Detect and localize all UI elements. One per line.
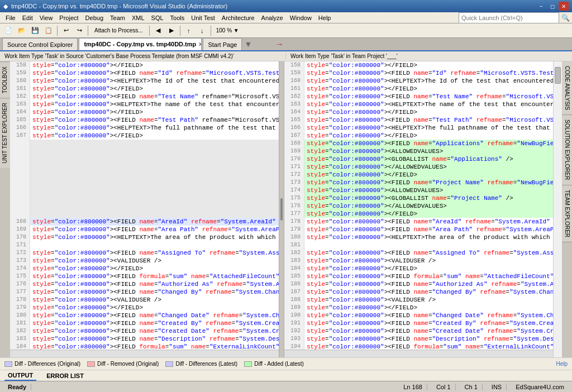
left-code-scroll[interactable]: 158 style="color:#800000"></FIELD>159 st… (10, 61, 279, 350)
zoom-dropdown[interactable]: 100 % ▼ (213, 25, 242, 37)
line-content (30, 202, 279, 210)
output-tab[interactable]: OUTPUT (4, 371, 36, 381)
line-number: 169 (10, 226, 30, 233)
line-content (30, 140, 279, 147)
line-number: 176 (10, 280, 30, 288)
line-content: style="color:#800000"><HELPTEXT>The area… (304, 233, 553, 241)
line-content: style="color:#800000"><FIELD name="Proje… (304, 179, 553, 187)
menu-window[interactable]: Window (287, 13, 315, 22)
redo-button[interactable]: ↪ (73, 25, 85, 37)
line-content: style="color:#800000"><VALIDUSER /> (304, 257, 553, 265)
menu-help[interactable]: Help (315, 13, 335, 22)
line-number: 174 (10, 265, 30, 273)
tab-diff[interactable]: tmp40DC - Copy.tmp vs. tmp40DD.tmp ✕ ↗ (79, 38, 202, 50)
open-button[interactable]: 📂 (16, 25, 28, 37)
line-number: 176 (284, 202, 304, 210)
line-content: style="color:#800000"><FIELD name="Autho… (30, 280, 279, 288)
vs-icon: ◆ (3, 3, 8, 10)
line-content: style="color:#800000"><VALIDUSER /> (30, 296, 279, 304)
line-content: style="color:#800000"></FIELD> (304, 108, 553, 116)
line-number: 179 (284, 226, 304, 233)
wi-header-left: Work Item Type 'Task' in Source 'Custome… (0, 53, 286, 59)
tab-diff-close[interactable]: ✕ (198, 41, 202, 47)
line-number: 171 (284, 163, 304, 171)
line-content: style="color:#800000"><FIELD name="Id" r… (304, 69, 553, 77)
line-number: 159 (284, 69, 304, 77)
solution-explorer-tab[interactable]: SOLUTION EXPLORER (562, 115, 572, 185)
menu-analyze[interactable]: Analyze (258, 13, 287, 22)
line-content: style="color:#800000"><HELPTEXT>The Id o… (304, 77, 553, 85)
line-content: style="color:#800000"><FIELD name="Descr… (30, 335, 279, 343)
left-hscroll[interactable] (10, 350, 279, 357)
line-content: style="color:#800000"><FIELD name="Appli… (304, 140, 553, 147)
menu-sql[interactable]: SQL (148, 13, 167, 22)
restore-button[interactable]: ◻ (547, 2, 557, 11)
quick-launch-input[interactable] (459, 12, 559, 23)
legend-label-removed: Diff - Removed (Original) (97, 361, 159, 367)
menu-project[interactable]: Project (56, 13, 82, 22)
menu-view[interactable]: View (36, 13, 56, 22)
line-number: 184 (10, 343, 30, 350)
menu-edit[interactable]: Edit (19, 13, 36, 22)
attach-button[interactable]: Attach to Process... (90, 25, 147, 37)
line-content (30, 179, 279, 187)
nav-fwd-button[interactable]: ▶ (165, 25, 178, 37)
left-code-panel: 158 style="color:#800000"></FIELD>159 st… (10, 61, 279, 357)
line-number: 166 (10, 124, 30, 132)
diff-prev-button[interactable]: ↑ (183, 25, 195, 37)
wi-header: Work Item Type 'Task' in Source 'Custome… (0, 51, 572, 61)
output-bar: OUTPUT ERROR LIST (0, 370, 572, 381)
menu-file[interactable]: File (2, 13, 19, 22)
code-area-wrapper: 158 style="color:#800000"></FIELD>159 st… (10, 61, 562, 357)
vertical-scrollbar[interactable] (553, 61, 562, 357)
line-content (30, 241, 279, 249)
status-ch: Ch 1 (460, 384, 483, 390)
error-list-tab[interactable]: ERROR LIST (43, 371, 87, 380)
menu-xml[interactable]: XML (128, 13, 148, 22)
line-number: 191 (284, 319, 304, 327)
help-link[interactable]: Help (556, 361, 568, 367)
tab-source-control[interactable]: Source Control Explorer (2, 38, 78, 50)
save-button[interactable]: 💾 (29, 25, 41, 37)
minimize-button[interactable]: − (536, 2, 546, 11)
toolbox-tab[interactable]: TOOLBOX (0, 61, 10, 98)
tab-add-button[interactable]: ▼ (243, 38, 253, 50)
undo-button[interactable]: ↩ (60, 25, 72, 37)
line-number: 164 (284, 108, 304, 116)
save-all-button[interactable]: 📋 (42, 25, 55, 37)
right-hscroll[interactable] (284, 350, 553, 357)
diff-next-button[interactable]: ↓ (196, 25, 208, 37)
tab-start-page[interactable]: Start Page (203, 38, 242, 50)
menu-tools[interactable]: Tools (167, 13, 188, 22)
line-content: style="color:#800000"><HELPTEXT>The full… (30, 124, 279, 132)
team-explorer-tab[interactable]: TEAM EXPLORER (562, 185, 572, 242)
menu-debug[interactable]: Debug (82, 13, 107, 22)
nav-back-button[interactable]: ◀ (152, 25, 164, 37)
right-code-scroll[interactable]: 158 style="color:#800000"></FIELD>159 st… (284, 61, 553, 350)
menu-team[interactable]: Team (107, 13, 128, 22)
line-content: style="color:#800000"><ALLOWEDVALUES> (304, 147, 553, 155)
status-ready: Ready (3, 384, 31, 390)
menu-bar: File Edit View Project Debug Team XML SQ… (0, 12, 572, 23)
menu-architecture[interactable]: Architecture (218, 13, 258, 22)
line-content: style="color:#800000"><GLOBALLIST name="… (304, 194, 553, 202)
new-file-button[interactable]: 📄 (2, 25, 15, 37)
unit-test-tab[interactable]: UNIT TEST EXPLORER (0, 98, 10, 168)
legend-label-added: Diff - Added (Latest) (254, 361, 304, 367)
line-number: 165 (284, 116, 304, 124)
line-number: 166 (284, 124, 304, 132)
close-button[interactable]: ✕ (559, 2, 569, 11)
line-number: 178 (10, 296, 30, 304)
line-number: 158 (10, 61, 30, 69)
code-analysis-tab[interactable]: CODE ANALYSIS (562, 61, 572, 115)
scroll-thumb[interactable] (555, 67, 561, 84)
menu-unittest[interactable]: Unit Test (188, 13, 218, 22)
panel-splitter[interactable] (279, 61, 284, 357)
line-content: style="color:#800000"><FIELD name="Assig… (304, 249, 553, 257)
line-number: 168 (10, 218, 30, 226)
line-content: style="color:#800000"><FIELD name="Assig… (30, 249, 279, 257)
tab-diff-label: tmp40DC - Copy.tmp vs. tmp40DD.tmp (84, 41, 196, 47)
line-content: style="color:#800000"><FIELD name="Creat… (304, 319, 553, 327)
line-number: 183 (10, 335, 30, 343)
legend-diff-latest: Diff - Differences (Latest) (165, 361, 237, 367)
